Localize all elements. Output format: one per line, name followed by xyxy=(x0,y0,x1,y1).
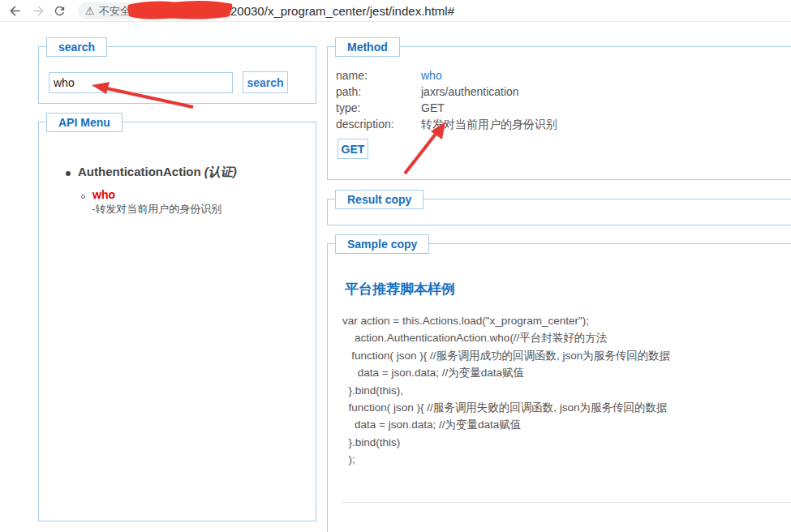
method-panel-legend: Method xyxy=(335,37,400,57)
code-line: data = json.data; //为变量data赋值 xyxy=(342,416,670,433)
search-panel: search search xyxy=(38,46,316,104)
method-panel: Method name:who path:jaxrs/authenticatio… xyxy=(327,46,791,180)
method-path-value: jaxrs/authentication xyxy=(421,85,519,98)
code-line: ); xyxy=(342,451,670,468)
search-input[interactable] xyxy=(49,72,233,93)
get-button[interactable]: GET xyxy=(337,139,368,159)
result-copy-panel: Result copy xyxy=(327,199,791,225)
code-line: function( json ){ //服务调用失败的回调函数, json为服务… xyxy=(342,399,670,416)
api-menu-panel: API Menu AuthenticationAction (认证) who -… xyxy=(38,122,316,521)
api-menu-legend: API Menu xyxy=(46,113,123,132)
api-group-authenticationaction: AuthenticationAction (认证) xyxy=(78,165,237,180)
result-copy-legend: Result copy xyxy=(335,190,423,209)
method-row-path: path:jaxrs/authentication xyxy=(336,85,519,98)
method-row-name: name:who xyxy=(336,69,442,82)
method-type-value: GET xyxy=(421,101,445,114)
reload-icon[interactable] xyxy=(50,2,68,19)
api-item-description: -转发对当前用户的身份识别 xyxy=(92,202,221,217)
bullet-icon xyxy=(66,171,71,176)
method-row-description: description:转发对当前用户的身份识别 xyxy=(336,118,557,132)
circle-bullet-icon xyxy=(81,195,85,199)
method-type-label: type: xyxy=(336,101,421,114)
browser-toolbar: ⚠ 不安全 20030/x_program_center/jest/index.… xyxy=(0,0,791,22)
sample-title: 平台推荐脚本样例 xyxy=(345,280,455,298)
method-name-value[interactable]: who xyxy=(421,69,442,82)
code-line: action.AuthenticationAction.who(//平台封装好的… xyxy=(342,329,670,346)
method-name-label: name: xyxy=(336,69,421,82)
code-line: }.bind(this) xyxy=(342,434,670,451)
code-line: function( json ){ //服务调用成功的回调函数, json为服务… xyxy=(342,347,670,364)
back-icon[interactable] xyxy=(6,2,24,19)
method-description-label: description: xyxy=(336,118,421,131)
page: ⚠ 不安全 20030/x_program_center/jest/index.… xyxy=(0,0,791,532)
code-line: }.bind(this), xyxy=(342,382,670,399)
sample-copy-legend: Sample copy xyxy=(335,234,429,254)
method-row-type: type:GET xyxy=(336,101,445,114)
code-line: var action = this.Actions.load("x_progra… xyxy=(342,312,670,329)
api-group-note: (认证) xyxy=(204,165,237,178)
redaction-scribble xyxy=(122,0,239,22)
sample-code-block: var action = this.Actions.load("x_progra… xyxy=(342,312,670,469)
code-line: data = json.data; //为变量data赋值 xyxy=(342,364,670,381)
method-description-value: 转发对当前用户的身份识别 xyxy=(421,118,557,131)
api-item-who[interactable]: who xyxy=(92,188,115,201)
search-panel-legend: search xyxy=(46,37,107,57)
sample-copy-panel: Sample copy 平台推荐脚本样例 var action = this.A… xyxy=(327,243,791,532)
address-bar-url[interactable]: 20030/x_program_center/jest/index.html# xyxy=(230,4,454,18)
method-path-label: path: xyxy=(336,85,421,98)
search-button[interactable]: search xyxy=(243,71,288,93)
warning-icon: ⚠ xyxy=(85,6,95,16)
forward-icon[interactable] xyxy=(29,2,47,19)
divider xyxy=(342,502,791,503)
